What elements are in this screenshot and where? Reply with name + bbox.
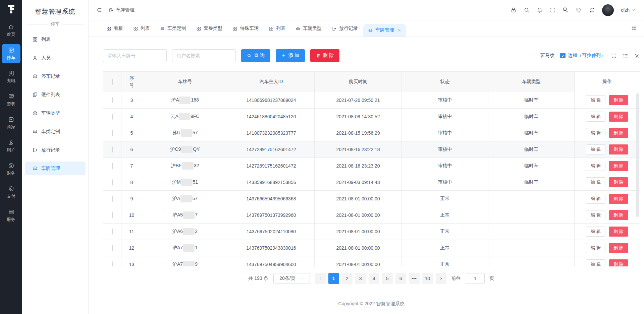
rail-item-3[interactable]: VIP套餐 — [2, 90, 20, 110]
table-scrollbar[interactable] — [636, 93, 639, 217]
edit-row-button[interactable]: 编 辑 — [586, 144, 605, 154]
car-icon — [296, 26, 301, 31]
page-button-4[interactable]: 4 — [369, 273, 379, 284]
tab-8[interactable]: 车牌管理 — [363, 24, 406, 37]
collapse-sidebar-icon[interactable] — [96, 7, 102, 13]
page-button-6[interactable]: 6 — [395, 273, 406, 284]
avatar[interactable] — [602, 4, 614, 16]
page-button-5[interactable]: 5 — [382, 273, 393, 284]
user-menu[interactable]: cfzh — [621, 7, 635, 13]
row-checkbox[interactable] — [112, 130, 113, 136]
select-all-checkbox[interactable] — [112, 79, 113, 85]
sidebar-item-4[interactable]: 车辆类型 — [25, 106, 86, 120]
rail-item-2[interactable]: 充电 — [2, 67, 20, 86]
delete-row-button[interactable]: 删 除 — [609, 210, 628, 220]
bell-icon[interactable] — [537, 7, 543, 13]
rail-item-6[interactable]: 财务 — [2, 160, 20, 179]
page-button-1[interactable]: 1 — [328, 273, 339, 284]
edit-row-button[interactable]: 编 辑 — [586, 95, 605, 105]
edit-row-button[interactable]: 编 辑 — [586, 194, 605, 204]
rail-item-5[interactable]: 用户 — [2, 136, 20, 156]
delete-row-button[interactable]: 删 除 — [609, 128, 628, 138]
search-icon — [247, 53, 252, 58]
delete-row-button[interactable]: 删 除 — [609, 227, 628, 237]
rail-item-0[interactable]: 首页 — [2, 21, 20, 40]
sidebar-item-5[interactable]: 车类定制 — [25, 125, 86, 138]
tab-3[interactable]: 套餐类型 — [191, 20, 227, 37]
prev-page-button[interactable] — [315, 273, 326, 284]
delete-row-button[interactable]: 删 除 — [609, 144, 628, 154]
row-checkbox[interactable] — [112, 212, 113, 218]
delete-row-button[interactable]: 删 除 — [609, 95, 628, 105]
page-button-10[interactable]: 10 — [422, 273, 433, 284]
edit-row-button[interactable]: 编 辑 — [586, 227, 605, 237]
delete-row-button[interactable]: 删 除 — [609, 243, 628, 253]
sidebar-item-6[interactable]: 放行记录 — [25, 143, 86, 157]
goto-page-input[interactable] — [466, 273, 485, 284]
tab-options-grid-icon[interactable] — [631, 25, 637, 31]
tag-icon[interactable] — [576, 7, 582, 13]
tab-1[interactable]: 列表 — [128, 20, 155, 37]
refresh-icon[interactable] — [589, 7, 595, 13]
page-button-3[interactable]: 3 — [355, 273, 366, 284]
rail-item-7[interactable]: 支付 — [2, 183, 20, 202]
page-button-2[interactable]: 2 — [342, 273, 353, 284]
delete-button[interactable]: 删 除 — [310, 49, 339, 62]
tab-6[interactable]: 车辆类型 — [290, 20, 327, 37]
search-icon[interactable] — [524, 7, 530, 13]
border-checkbox-group[interactable]: 边框（可拉伸列） — [560, 53, 605, 59]
table-settings-gear-icon[interactable] — [634, 53, 640, 59]
row-checkbox[interactable] — [112, 97, 113, 103]
next-page-button[interactable] — [436, 273, 446, 284]
edit-row-button[interactable]: 编 辑 — [586, 161, 605, 171]
tab-0[interactable]: 看板 — [101, 20, 128, 37]
tab-5[interactable]: 列表 — [264, 20, 290, 37]
query-button[interactable]: 查 询 — [241, 49, 270, 62]
tab-2[interactable]: 车类定制 — [155, 20, 191, 37]
edit-row-button[interactable]: 编 辑 — [586, 243, 605, 253]
sidebar-item-2[interactable]: 停车记录 — [25, 69, 86, 83]
tab-7[interactable]: 放行记录 — [327, 20, 363, 37]
edit-row-button[interactable]: 编 辑 — [586, 177, 605, 187]
page-ellipsis[interactable]: ••• — [409, 273, 420, 284]
zebra-checkbox[interactable] — [533, 53, 538, 58]
delete-row-button[interactable]: 删 除 — [609, 161, 628, 171]
row-checkbox[interactable] — [112, 163, 113, 169]
edit-row-button[interactable]: 编 辑 — [586, 112, 605, 122]
close-tab-icon[interactable] — [397, 28, 401, 32]
delete-row-button[interactable]: 删 除 — [609, 112, 628, 122]
username-search-input[interactable] — [172, 49, 236, 62]
plate-search-input[interactable] — [103, 49, 167, 62]
row-checkbox[interactable] — [112, 179, 113, 185]
delete-row-button[interactable]: 删 除 — [609, 177, 628, 187]
delete-row-button[interactable]: 删 除 — [609, 194, 628, 204]
lock-icon[interactable] — [511, 7, 517, 13]
column-list-icon[interactable] — [623, 53, 628, 59]
sidebar-item-1[interactable]: 人员 — [25, 51, 86, 65]
row-checkbox[interactable] — [112, 114, 113, 120]
row-checkbox[interactable] — [112, 245, 113, 251]
edit-row-button[interactable]: 编 辑 — [586, 128, 605, 138]
fullscreen-icon[interactable] — [550, 7, 556, 13]
rail-item-4[interactable]: 商家 — [2, 113, 20, 133]
rail-item-1[interactable]: 停车 — [2, 44, 20, 63]
zebra-checkbox-group[interactable]: 斑马纹 — [533, 53, 554, 59]
sidebar-item-0[interactable]: 列表 — [25, 33, 86, 46]
row-checkbox[interactable] — [112, 229, 113, 235]
row-checkbox[interactable] — [112, 261, 113, 266]
rail-item-8[interactable]: 服务 — [2, 206, 20, 225]
add-button[interactable]: 添 加 — [276, 49, 305, 62]
edit-row-button[interactable]: 编 辑 — [586, 259, 605, 266]
sidebar-item-7[interactable]: 车牌管理 — [25, 162, 86, 175]
row-checkbox[interactable] — [112, 196, 113, 202]
page-size-select[interactable]: 20条/页 — [273, 273, 310, 284]
delete-row-button[interactable]: 删 除 — [609, 259, 628, 266]
table-fullscreen-icon[interactable] — [611, 53, 617, 59]
tab-4[interactable]: 特殊车辆 — [227, 20, 264, 37]
row-checkbox[interactable] — [112, 146, 113, 152]
border-checkbox[interactable] — [560, 53, 566, 58]
seq-cell: 9 — [121, 191, 142, 207]
edit-row-button[interactable]: 编 辑 — [586, 210, 605, 220]
sidebar-item-3[interactable]: 硬件列表 — [25, 88, 86, 102]
translate-icon[interactable]: 文A — [563, 7, 569, 13]
